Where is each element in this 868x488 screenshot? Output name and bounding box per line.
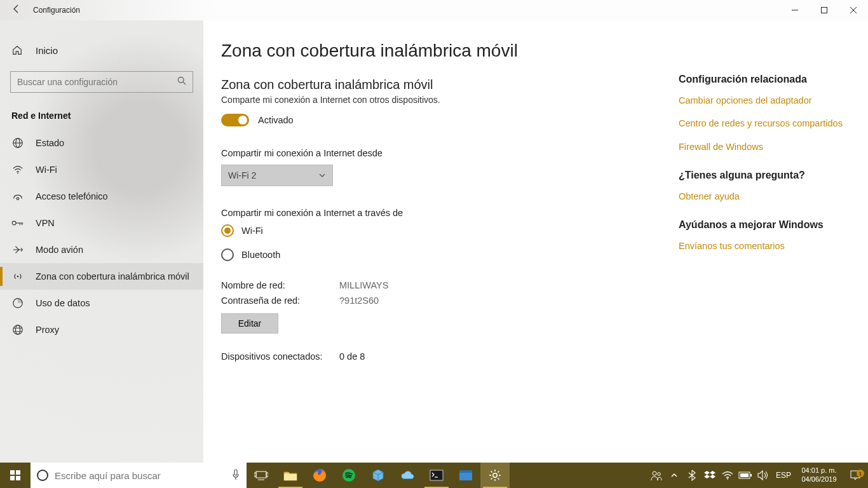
cortana-input[interactable] <box>55 470 240 481</box>
start-button[interactable] <box>0 463 31 488</box>
taskview-button[interactable] <box>247 463 276 488</box>
network-password-label: Contraseña de red: <box>221 295 339 306</box>
back-button[interactable] <box>11 4 22 17</box>
taskbar-settings[interactable] <box>480 463 510 488</box>
radio-label: Bluetooth <box>241 250 280 260</box>
tray-people[interactable] <box>648 463 665 488</box>
radio-wifi[interactable]: Wi-Fi <box>221 224 679 237</box>
connected-devices-label: Dispositivos conectados: <box>221 351 339 362</box>
tray-wifi[interactable] <box>719 463 736 488</box>
minimize-icon <box>792 7 798 13</box>
people-icon <box>650 469 663 482</box>
chevron-down-icon <box>318 172 326 179</box>
taskbar-app-cube[interactable] <box>363 463 393 488</box>
sidebar-item-label: Modo avión <box>36 245 83 255</box>
taskbar: ESP 04:01 p. m. 04/06/2019 1 <box>0 463 868 488</box>
svg-rect-44 <box>740 473 749 477</box>
cortana-search[interactable] <box>31 463 247 488</box>
svg-rect-23 <box>10 476 15 480</box>
share-from-dropdown[interactable]: Wi-Fi 2 <box>221 165 333 186</box>
sidebar-item-proxy[interactable]: Proxy <box>0 316 203 343</box>
search-input[interactable] <box>17 77 177 87</box>
taskbar-app-blue[interactable] <box>451 463 480 488</box>
toggle-label: Activado <box>258 115 294 125</box>
svg-point-4 <box>178 77 184 83</box>
home-button[interactable]: Inicio <box>0 38 203 62</box>
tray-clock[interactable]: 04:01 p. m. 04/06/2019 <box>796 466 843 484</box>
sidebar: Inicio Red e Internet Estado Wi-Fi Acces… <box>0 20 203 463</box>
link-windows-firewall[interactable]: Firewall de Windows <box>679 140 850 153</box>
network-name-label: Nombre de red: <box>221 280 339 290</box>
tray-bluetooth[interactable] <box>684 463 700 488</box>
tray-show-hidden[interactable] <box>666 463 682 488</box>
feedback-heading: Ayúdanos a mejorar Windows <box>679 219 850 231</box>
sidebar-item-hotspot[interactable]: Zona con cobertura inalámbrica móvil <box>0 263 203 290</box>
svg-rect-28 <box>254 473 256 477</box>
radio-bluetooth[interactable]: Bluetooth <box>221 248 679 261</box>
tray-dropbox[interactable] <box>702 463 718 488</box>
share-from-label: Compartir mi conexión a Internet desde <box>221 148 679 158</box>
tray-language[interactable]: ESP <box>773 463 794 488</box>
share-from-value: Wi-Fi 2 <box>228 170 256 180</box>
svg-point-18 <box>15 325 20 334</box>
sidebar-item-vpn[interactable]: VPN <box>0 210 203 236</box>
sidebar-item-data-usage[interactable]: Uso de datos <box>0 290 203 316</box>
svg-rect-37 <box>459 470 472 473</box>
sidebar-item-wifi[interactable]: Wi-Fi <box>0 156 203 183</box>
network-name-value: MILLIWAYS <box>339 280 388 290</box>
data-usage-icon <box>11 297 24 309</box>
vpn-icon <box>11 217 24 229</box>
svg-point-40 <box>658 473 661 476</box>
search-box[interactable] <box>10 71 193 93</box>
link-network-center[interactable]: Centro de redes y recursos compartidos <box>679 117 850 130</box>
spotify-icon <box>342 468 356 482</box>
minimize-button[interactable] <box>780 0 810 20</box>
link-adapter-options[interactable]: Cambiar opciones del adaptador <box>679 94 850 107</box>
mic-icon[interactable] <box>231 469 240 482</box>
notification-badge: 1 <box>857 470 864 477</box>
maximize-button[interactable] <box>810 0 839 20</box>
tray-battery[interactable] <box>737 463 754 488</box>
content-area: Zona con cobertura inalámbrica móvil Zon… <box>203 20 868 463</box>
taskbar-explorer[interactable] <box>276 463 305 488</box>
cube-icon <box>371 468 385 482</box>
aside-panel: Configuración relacionada Cambiar opcion… <box>679 41 850 463</box>
taskbar-firefox[interactable] <box>305 463 334 488</box>
svg-point-38 <box>493 473 497 477</box>
svg-rect-27 <box>256 471 266 478</box>
svg-rect-34 <box>430 470 443 480</box>
hotspot-icon <box>11 271 24 282</box>
svg-point-11 <box>12 221 16 225</box>
hotspot-toggle[interactable] <box>221 114 249 126</box>
sidebar-nav: Estado Wi-Fi Acceso telefónico VPN Modo … <box>0 130 203 343</box>
cortana-icon <box>37 470 48 481</box>
speaker-icon <box>757 470 769 480</box>
link-get-help[interactable]: Obtener ayuda <box>679 190 850 203</box>
svg-rect-31 <box>284 474 297 480</box>
related-heading: Configuración relacionada <box>679 74 850 85</box>
svg-rect-43 <box>750 474 752 477</box>
sidebar-section-title: Red e Internet <box>0 104 203 130</box>
sidebar-item-dialup[interactable]: Acceso telefónico <box>0 183 203 210</box>
sidebar-item-label: Estado <box>36 138 64 148</box>
tray-notifications[interactable]: 1 <box>844 470 867 481</box>
taskbar-app-cloud[interactable] <box>393 463 422 488</box>
section-heading: Zona con cobertura inalámbrica móvil <box>221 78 679 92</box>
svg-rect-25 <box>234 470 237 475</box>
sidebar-item-airplane[interactable]: Modo avión <box>0 236 203 263</box>
close-button[interactable] <box>839 0 868 20</box>
sidebar-item-estado[interactable]: Estado <box>0 130 203 156</box>
titlebar: Configuración <box>0 0 868 20</box>
terminal-icon <box>430 468 444 482</box>
tray-volume[interactable] <box>755 463 771 488</box>
svg-point-15 <box>17 276 19 278</box>
svg-line-5 <box>183 82 186 85</box>
arrow-left-icon <box>11 4 22 14</box>
edit-button[interactable]: Editar <box>221 313 278 334</box>
taskbar-spotify[interactable] <box>334 463 363 488</box>
taskbar-terminal[interactable] <box>422 463 451 488</box>
main-panel: Zona con cobertura inalámbrica móvil Zon… <box>221 41 679 463</box>
chevron-up-icon <box>670 471 678 479</box>
link-send-feedback[interactable]: Envíanos tus comentarios <box>679 240 850 252</box>
svg-rect-24 <box>16 476 20 480</box>
